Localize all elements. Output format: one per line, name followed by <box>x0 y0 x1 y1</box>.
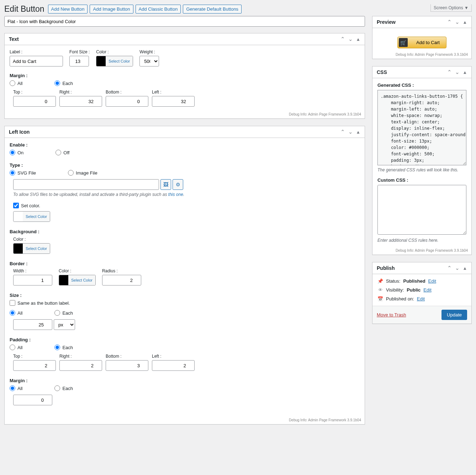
media-picker-icon[interactable]: 🖼 <box>160 179 171 190</box>
size-unit-select[interactable]: px <box>54 319 75 330</box>
page-title: Edit Button <box>4 4 44 14</box>
text-color-picker[interactable]: Select Color <box>96 56 133 66</box>
same-as-label-checkbox[interactable] <box>10 300 15 306</box>
settings-icon[interactable]: ⚙ <box>173 179 183 190</box>
pad-bottom-input[interactable] <box>106 360 148 371</box>
css-heading: CSS <box>372 66 391 78</box>
label-input[interactable] <box>10 56 63 66</box>
padding-each-radio[interactable] <box>54 345 60 350</box>
move-down-icon[interactable]: ⌄ <box>347 128 354 136</box>
padding-all-radio[interactable] <box>10 345 15 350</box>
add-classic-button[interactable]: Add Classic Button <box>136 5 181 14</box>
enable-on-radio[interactable] <box>10 150 15 155</box>
size-input[interactable] <box>13 319 52 330</box>
text-panel-heading: Text <box>5 33 23 45</box>
bg-color-picker[interactable]: Select Color <box>13 243 50 254</box>
update-button[interactable]: Update <box>441 310 467 320</box>
set-color-checkbox[interactable] <box>13 203 19 208</box>
text-panel: Text ⌃ ⌄ ▴ Label : Font Size : <box>4 33 365 119</box>
border-color-picker[interactable]: Select Color <box>59 275 96 285</box>
calendar-icon: 📅 <box>377 296 383 301</box>
edit-status-link[interactable]: Edit <box>428 278 436 284</box>
color-swatch-icon <box>96 56 106 66</box>
icon-color-picker[interactable]: Select Color <box>13 211 50 222</box>
margin-bottom-input[interactable] <box>106 96 148 107</box>
move-to-trash-link[interactable]: Move to Trash <box>377 312 406 317</box>
type-svg-radio[interactable] <box>10 170 15 176</box>
font-size-input[interactable] <box>69 56 89 66</box>
eye-icon: 👁 <box>377 287 383 293</box>
margin-top-input[interactable] <box>13 96 56 107</box>
publish-panel: Publish ⌃ ⌄ ▴ 📌 Status: Published Edit 👁… <box>372 262 472 324</box>
pad-right-input[interactable] <box>59 360 102 371</box>
margin-each-radio[interactable] <box>54 80 60 86</box>
move-down-icon[interactable]: ⌄ <box>454 68 461 76</box>
preview-heading: Preview <box>372 16 400 28</box>
icon-margin-all-radio[interactable] <box>10 385 15 391</box>
toggle-icon[interactable]: ▴ <box>461 18 469 26</box>
add-image-button[interactable]: Add Image Button <box>90 5 133 14</box>
toggle-icon[interactable]: ▴ <box>355 128 362 136</box>
svg-plugin-link[interactable]: this one <box>168 192 183 197</box>
svg-file-input[interactable] <box>13 179 159 190</box>
enable-off-radio[interactable] <box>55 150 61 155</box>
move-up-icon[interactable]: ⌃ <box>339 128 346 136</box>
move-down-icon[interactable]: ⌄ <box>347 35 354 43</box>
move-down-icon[interactable]: ⌄ <box>454 18 461 26</box>
toggle-icon[interactable]: ▴ <box>461 264 469 272</box>
preview-panel: Preview ⌃ ⌄ ▴ 🛒 Add to Cart Debug Info: … <box>372 16 472 59</box>
add-new-button[interactable]: Add New Button <box>48 5 88 14</box>
margin-left-input[interactable] <box>152 96 195 107</box>
margin-right-input[interactable] <box>59 96 102 107</box>
screen-options-toggle[interactable]: Screen Options ▼ <box>430 4 472 12</box>
pad-top-input[interactable] <box>13 360 56 371</box>
preview-button: 🛒 Add to Cart <box>397 37 446 48</box>
post-title-input[interactable] <box>4 16 365 27</box>
css-panel: CSS ⌃ ⌄ ▴ Generated CSS : .amazon-auto-l… <box>372 66 472 255</box>
icon-margin-input[interactable] <box>13 395 52 405</box>
move-up-icon[interactable]: ⌃ <box>446 18 453 26</box>
color-swatch-icon <box>14 212 23 222</box>
toggle-icon[interactable]: ▴ <box>461 68 469 76</box>
left-icon-heading: Left Icon <box>5 126 34 138</box>
move-up-icon[interactable]: ⌃ <box>446 264 453 272</box>
icon-margin-each-radio[interactable] <box>54 385 60 391</box>
margin-all-radio[interactable] <box>10 80 15 86</box>
border-width-input[interactable] <box>13 275 52 285</box>
border-radius-input[interactable] <box>102 275 141 285</box>
publish-heading: Publish <box>372 262 399 274</box>
move-up-icon[interactable]: ⌃ <box>446 68 453 76</box>
weight-select[interactable]: 500 <box>139 56 159 66</box>
left-icon-panel: Left Icon ⌃ ⌄ ▴ Enable : On Off Type : <box>4 126 365 425</box>
generated-css-box[interactable]: .amazon-auto-links-button-1705 { margin-… <box>377 90 466 165</box>
type-image-radio[interactable] <box>68 170 74 176</box>
generate-default-buttons[interactable]: Generate Default Buttons <box>183 5 242 14</box>
color-swatch-icon <box>14 244 23 253</box>
edit-visibility-link[interactable]: Edit <box>423 287 431 293</box>
move-down-icon[interactable]: ⌄ <box>454 264 461 272</box>
toggle-icon[interactable]: ▴ <box>355 35 362 43</box>
pad-left-input[interactable] <box>152 360 195 371</box>
pin-icon: 📌 <box>377 278 383 284</box>
edit-date-link[interactable]: Edit <box>417 296 425 301</box>
size-each-radio[interactable] <box>54 310 60 316</box>
move-up-icon[interactable]: ⌃ <box>339 35 346 43</box>
cart-icon: 🛒 <box>399 38 408 47</box>
color-swatch-icon <box>59 275 68 285</box>
size-all-radio[interactable] <box>10 310 15 316</box>
custom-css-input[interactable] <box>377 185 466 235</box>
